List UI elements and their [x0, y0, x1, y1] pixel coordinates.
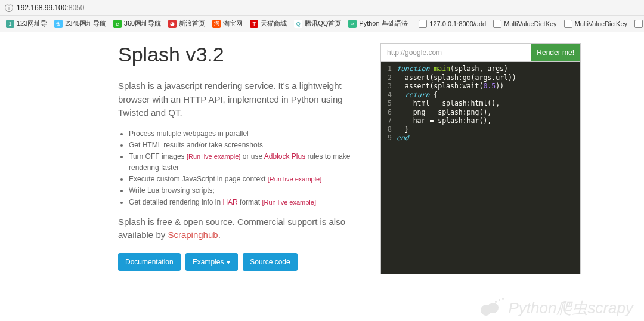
line-number: 1: [381, 64, 397, 73]
code-content: html = splash:html(),: [397, 99, 500, 108]
bookmark-label: MultiValueDictKey: [504, 20, 556, 27]
bookmark-label: 360网址导航: [124, 19, 161, 28]
code-line: 8 }: [381, 125, 580, 134]
source-code-button[interactable]: Source code: [243, 253, 297, 271]
bookmark-label: MultiValueDictKey: [575, 20, 627, 27]
line-number: 6: [381, 108, 397, 117]
caret-down-icon: ▼: [225, 260, 231, 266]
code-line: 4 return {: [381, 91, 580, 100]
adblock-link[interactable]: Adblock Plus: [264, 152, 305, 160]
lead-paragraph: Splash is a javascript rendering service…: [118, 79, 359, 120]
code-editor[interactable]: 1function main(splash, args)2 assert(spl…: [380, 62, 581, 274]
favicon-icon: 淘: [212, 20, 221, 28]
line-number: 5: [381, 99, 397, 108]
code-content: }: [397, 125, 409, 134]
code-line: 6 png = splash:png(),: [381, 108, 580, 117]
bookmark-item[interactable]: e360网址导航: [110, 17, 165, 31]
file-icon: [493, 20, 501, 28]
code-content: png = splash:png(),: [397, 108, 491, 117]
bookmark-item[interactable]: 淘淘宝网: [209, 17, 246, 31]
code-line: 7 har = splash:har(),: [381, 116, 580, 125]
favicon-icon: ◕: [168, 20, 177, 28]
favicon-icon: e: [113, 20, 122, 28]
har-link[interactable]: HAR: [222, 198, 237, 206]
url-input[interactable]: [381, 44, 531, 61]
page-title: Splash v3.2: [118, 43, 359, 66]
watermark: Python爬虫scrapy: [479, 298, 633, 319]
button-row: Documentation Examples▼ Source code: [118, 253, 359, 271]
bookmark-label: 淘宝网: [223, 19, 243, 28]
address-host: 192.168.99.100: [17, 4, 66, 12]
bookmark-item[interactable]: 127.0.0.1:8000/add: [415, 17, 490, 31]
right-column: Render me! 1function main(splash, args)2…: [380, 43, 581, 274]
bookmark-label: 新浪首页: [179, 19, 205, 28]
bookmark-item[interactable]: MultiValueDictKey: [561, 17, 631, 31]
line-number: 4: [381, 91, 397, 100]
page-container: Splash v3.2 Splash is a javascript rende…: [0, 32, 644, 274]
bookmark-label: 123网址导: [17, 19, 47, 28]
code-line: 9end: [381, 134, 580, 143]
file-icon: [419, 20, 427, 28]
line-number: 2: [381, 73, 397, 82]
code-content: assert(splash:go(args.url)): [397, 73, 516, 82]
run-live-example-link[interactable]: [Run live example]: [187, 153, 241, 160]
bookmark-item[interactable]: 1123网址导: [2, 17, 51, 31]
documentation-button[interactable]: Documentation: [118, 253, 181, 271]
features-list: Process multiple webpages in parallel Ge…: [118, 128, 359, 208]
favicon-icon: ❀: [54, 20, 63, 28]
code-content: end: [397, 134, 409, 143]
foss-paragraph: Splash is free & open source. Commercial…: [118, 215, 359, 242]
line-number: 8: [381, 125, 397, 134]
code-line: 2 assert(splash:go(args.url)): [381, 73, 580, 82]
feature-item: Get HTML results and/or take screenshots: [129, 140, 359, 151]
bookmark-item[interactable]: MultiValueDictKey: [490, 17, 560, 31]
line-number: 3: [381, 82, 397, 91]
bookmark-label: 127.0.0.1:8000/add: [429, 20, 486, 27]
line-number: 7: [381, 116, 397, 125]
code-line: 3 assert(splash:wait(0.5)): [381, 82, 580, 91]
scrapinghub-link[interactable]: Scrapinghub: [168, 230, 218, 240]
examples-button[interactable]: Examples▼: [185, 253, 239, 271]
bookmark-label: 2345网址导航: [65, 19, 106, 28]
bookmark-item[interactable]: Q腾讯QQ首页: [290, 17, 345, 31]
bookmark-label: 腾讯QQ首页: [305, 19, 341, 28]
wechat-icon: [479, 299, 503, 318]
bookmark-label: 天猫商城: [261, 19, 287, 28]
feature-item: Write Lua browsing scripts;: [129, 185, 359, 196]
bookmark-item[interactable]: »Python 基础语法 -: [345, 17, 415, 31]
favicon-icon: T: [250, 20, 258, 28]
bookmark-label: Python 基础语法 -: [359, 19, 411, 28]
favicon-icon: 1: [6, 20, 14, 28]
code-content: har = splash:har(),: [397, 116, 491, 125]
run-live-example-link[interactable]: [Run live example]: [262, 199, 316, 206]
render-button[interactable]: Render me!: [531, 44, 580, 61]
bookmarks-bar: 1123网址导❀2345网址导航e360网址导航◕新浪首页淘淘宝网T天猫商城Q腾…: [0, 16, 644, 32]
watermark-text: Python爬虫scrapy: [508, 298, 633, 319]
address-bar[interactable]: i 192.168.99.100:8050: [0, 0, 644, 16]
bookmark-item[interactable]: ❀2345网址导航: [51, 17, 109, 31]
bookmark-item[interactable]: ◕新浪首页: [165, 17, 209, 31]
bookmark-item[interactable]: T天猫商城: [246, 17, 290, 31]
bookmark-item[interactable]: 127.0.0.1:8000/add: [631, 17, 644, 31]
favicon-icon: Q: [294, 20, 302, 28]
code-line: 1function main(splash, args): [381, 64, 580, 73]
run-live-example-link[interactable]: [Run live example]: [268, 175, 322, 183]
code-line: 5 html = splash:html(),: [381, 99, 580, 108]
feature-item: Get detailed rendering info in HAR forma…: [129, 197, 359, 208]
feature-item: Execute custom JavaScript in page contex…: [129, 174, 359, 185]
info-icon: i: [5, 4, 13, 12]
feature-item: Process multiple webpages in parallel: [129, 128, 359, 140]
address-port: :8050: [66, 4, 84, 12]
feature-item: Turn OFF images [Run live example] or us…: [129, 151, 359, 174]
code-content: assert(splash:wait(0.5)): [397, 82, 504, 91]
favicon-icon: »: [348, 20, 357, 28]
left-column: Splash v3.2 Splash is a javascript rende…: [118, 43, 359, 271]
code-content: function main(splash, args): [397, 64, 508, 73]
code-content: return {: [397, 91, 438, 100]
file-icon: [564, 20, 572, 28]
line-number: 9: [381, 134, 397, 143]
file-icon: [634, 20, 643, 28]
url-bar: Render me!: [380, 43, 581, 62]
